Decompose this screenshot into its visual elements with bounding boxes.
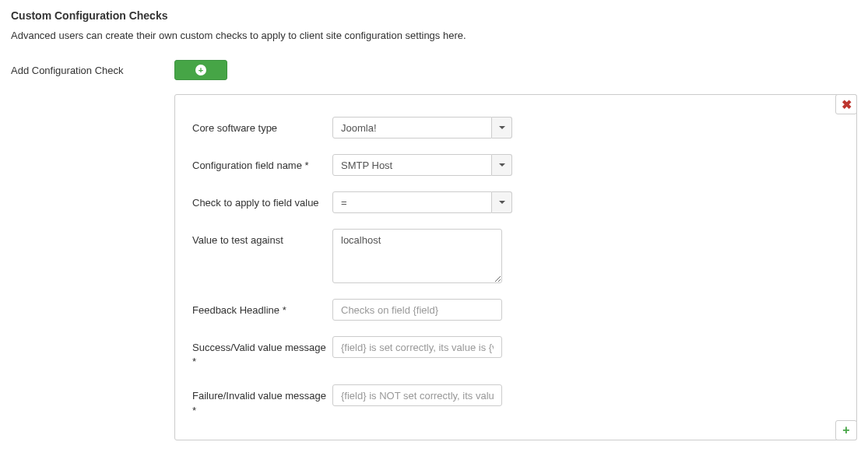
plus-circle-icon: + xyxy=(195,65,206,75)
feedback-headline-label: Feedback Headline * xyxy=(192,299,332,317)
config-field-name-row: Configuration field name * SMTP Host xyxy=(192,154,839,176)
chevron-down-icon xyxy=(499,201,505,204)
check-to-apply-caret[interactable] xyxy=(492,191,512,213)
feedback-headline-row: Feedback Headline * xyxy=(192,299,839,321)
add-more-button[interactable]: + xyxy=(835,420,857,440)
failure-message-input[interactable] xyxy=(332,384,502,406)
add-config-label: Add Configuration Check xyxy=(11,65,174,76)
close-icon: ✖ xyxy=(842,97,852,112)
page-subtitle: Advanced users can create their own cust… xyxy=(11,30,857,41)
core-software-type-caret[interactable] xyxy=(492,117,512,139)
close-button[interactable]: ✖ xyxy=(835,94,857,114)
check-to-apply-row: Check to apply to field value = xyxy=(192,191,839,213)
chevron-down-icon xyxy=(499,163,505,167)
core-software-type-select[interactable]: Joomla! xyxy=(332,117,492,139)
feedback-headline-input[interactable] xyxy=(332,299,502,321)
core-software-type-row: Core software type Joomla! xyxy=(192,117,839,139)
value-to-test-row: Value to test against xyxy=(192,229,839,283)
core-software-type-label: Core software type xyxy=(192,117,332,135)
failure-message-row: Failure/Invalid value message * xyxy=(192,384,839,417)
check-to-apply-label: Check to apply to field value xyxy=(192,191,332,210)
config-field-name-select[interactable]: SMTP Host xyxy=(332,154,492,176)
failure-message-label: Failure/Invalid value message * xyxy=(192,384,332,417)
success-message-label: Success/Valid value message * xyxy=(192,336,332,369)
check-to-apply-select[interactable]: = xyxy=(332,191,492,213)
value-to-test-label: Value to test against xyxy=(192,229,332,247)
page-title: Custom Configuration Checks xyxy=(11,9,857,22)
add-config-row: Add Configuration Check + xyxy=(11,60,857,80)
plus-icon: + xyxy=(842,423,849,437)
config-field-name-label: Configuration field name * xyxy=(192,154,332,173)
chevron-down-icon xyxy=(499,126,505,129)
add-config-button[interactable]: + xyxy=(174,60,227,80)
success-message-row: Success/Valid value message * xyxy=(192,336,839,369)
config-check-panel: ✖ Core software type Joomla! Configurati… xyxy=(174,94,857,440)
success-message-input[interactable] xyxy=(332,336,502,358)
config-field-name-caret[interactable] xyxy=(492,154,512,176)
value-to-test-textarea[interactable] xyxy=(332,229,502,283)
